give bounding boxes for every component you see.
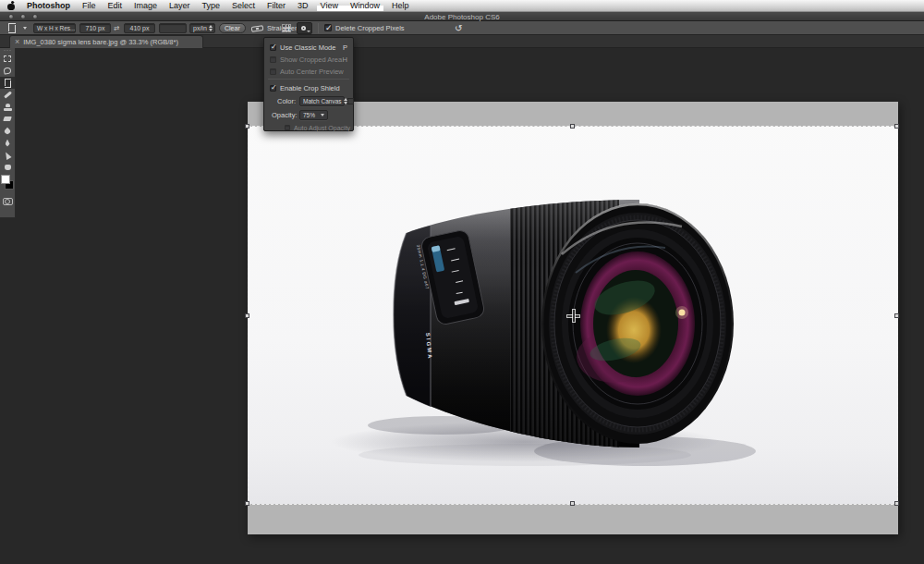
crop-handle-w[interactable] <box>245 313 249 318</box>
tab-close-icon[interactable]: × <box>15 38 19 46</box>
hand-icon <box>5 165 11 170</box>
tool-clone-stamp[interactable] <box>0 101 15 113</box>
reset-tool-icon[interactable]: ↺ <box>455 23 462 33</box>
tool-rectangular-marquee[interactable] <box>0 53 15 65</box>
menu-item-auto-adjust-opacity[interactable]: Auto Adjust Opacity <box>264 122 353 133</box>
tool-pen[interactable] <box>0 137 15 149</box>
crop-settings-gear-button[interactable] <box>297 22 312 34</box>
crop-handle-n[interactable] <box>570 124 575 129</box>
tool-path-selection[interactable] <box>0 149 15 161</box>
menu-image[interactable]: Image <box>134 1 157 10</box>
clear-button-label: Clear <box>225 25 240 31</box>
menu-help[interactable]: Help <box>392 1 409 10</box>
marquee-icon <box>4 55 11 62</box>
window-title: Adobe Photoshop CS6 <box>0 13 924 21</box>
document-view[interactable]: 35mm 1:1.4 DG ⌀67 SIGMA <box>248 102 898 534</box>
tool-crop[interactable] <box>0 77 15 89</box>
show-cropped-area-checkbox[interactable] <box>270 56 276 63</box>
menu-layer[interactable]: Layer <box>169 1 190 10</box>
auto-adjust-opacity-checkbox[interactable] <box>285 125 290 130</box>
use-classic-mode-shortcut: P <box>343 43 347 52</box>
menu-item-show-cropped-area[interactable]: Show Cropped Area H <box>264 54 353 65</box>
tool-blur[interactable] <box>0 125 15 137</box>
show-cropped-area-label: Show Cropped Area <box>280 55 342 64</box>
crop-width-field[interactable]: 710 px <box>79 23 111 33</box>
apple-menu-icon[interactable] <box>7 2 15 10</box>
menu-window[interactable]: Window <box>350 1 380 10</box>
foreground-color-swatch[interactable] <box>1 175 10 184</box>
crop-settings-panel: Use Classic Mode P Show Cropped Area H A… <box>263 37 354 131</box>
enable-crop-shield-checkbox[interactable] <box>270 85 276 92</box>
blur-icon <box>4 127 11 134</box>
shield-color-row: Color: Match Canvas <box>264 95 353 107</box>
use-classic-mode-checkbox[interactable] <box>270 44 276 51</box>
tool-hand[interactable] <box>0 161 15 173</box>
window-titlebar: Adobe Photoshop CS6 <box>0 12 924 21</box>
menu-highlight-group: View Window <box>321 1 380 10</box>
swap-dimensions-icon[interactable]: ⇄ <box>114 24 119 32</box>
aspect-preset-dropdown[interactable]: W x H x Res... <box>33 23 76 33</box>
crop-height-value: 410 px <box>129 25 149 31</box>
tool-brush[interactable] <box>0 89 15 101</box>
menu-3d[interactable]: 3D <box>298 1 309 10</box>
menu-type[interactable]: Type <box>202 1 221 10</box>
menu-photoshop[interactable]: Photoshop <box>27 1 70 10</box>
crop-center-pivot-icon[interactable] <box>567 310 579 322</box>
menu-edit[interactable]: Edit <box>108 1 123 10</box>
menu-view[interactable]: View <box>321 1 338 10</box>
tool-lasso[interactable] <box>0 65 15 77</box>
aspect-preset-value: W x H x Res... <box>37 25 76 31</box>
color-swatches <box>0 173 15 195</box>
crop-handle-ne[interactable] <box>894 124 899 129</box>
menu-item-auto-center-preview[interactable]: Auto Center Preview <box>264 66 353 77</box>
delete-cropped-pixels-label[interactable]: Delete Cropped Pixels <box>335 24 405 32</box>
shield-color-swatch[interactable] <box>347 98 354 104</box>
lasso-icon <box>3 67 11 75</box>
document-tab[interactable]: × IMG_0380 sigma lens bare.jpg @ 33.3% (… <box>9 35 203 48</box>
auto-center-preview-checkbox[interactable] <box>270 68 276 75</box>
resolution-unit-value: px/in <box>193 25 207 31</box>
crop-handle-se[interactable] <box>894 501 899 506</box>
menu-select[interactable]: Select <box>232 1 255 10</box>
crop-width-value: 710 px <box>85 25 104 31</box>
options-bar: W x H x Res... 710 px ⇄ 410 px px/in Cle… <box>0 21 924 35</box>
tool-eraser[interactable] <box>0 113 15 125</box>
crop-handle-e[interactable] <box>894 313 899 318</box>
use-classic-mode-label: Use Classic Mode <box>280 43 335 52</box>
gear-icon <box>301 26 306 31</box>
menu-file[interactable]: File <box>82 1 96 10</box>
enable-crop-shield-label: Enable Crop Shield <box>280 84 340 92</box>
crop-handle-nw[interactable] <box>245 124 249 129</box>
crop-handle-sw[interactable] <box>245 501 249 506</box>
auto-adjust-opacity-label: Auto Adjust Opacity <box>294 125 350 131</box>
menu-item-enable-crop-shield[interactable]: Enable Crop Shield <box>264 82 353 93</box>
crop-height-field[interactable]: 410 px <box>124 23 155 33</box>
tools-palette <box>0 46 16 218</box>
crop-icon <box>3 79 12 88</box>
shield-color-label: Color: <box>277 97 296 105</box>
tool-quick-mask[interactable] <box>0 195 15 207</box>
auto-center-preview-label: Auto Center Preview <box>280 67 344 76</box>
shield-color-dropdown[interactable]: Match Canvas <box>299 96 345 106</box>
quick-mask-icon <box>3 198 13 205</box>
crop-shield-bottom <box>248 504 898 534</box>
delete-cropped-pixels-checkbox[interactable] <box>324 24 332 31</box>
overlay-options-icon[interactable] <box>282 24 291 32</box>
crop-handle-s[interactable] <box>570 501 575 506</box>
menu-item-use-classic-mode[interactable]: Use Classic Mode P <box>264 42 353 53</box>
clear-button[interactable]: Clear <box>219 23 246 33</box>
photoshop-window: 35mm 1:1.4 DG ⌀67 SIGMA <box>0 0 924 564</box>
shield-opacity-value: 75% <box>303 112 315 118</box>
resolution-unit-dropdown[interactable]: px/in <box>189 23 215 33</box>
shield-opacity-dropdown[interactable]: 75% <box>299 110 328 120</box>
tool-preset-caret-icon[interactable] <box>23 27 27 30</box>
tab-bar: × IMG_0380 sigma lens bare.jpg @ 33.3% (… <box>0 35 924 48</box>
brush-icon <box>4 92 12 99</box>
menubar: Photoshop File Edit Image Layer Type Sel… <box>0 0 924 12</box>
resolution-field[interactable] <box>159 23 187 33</box>
menu-filter[interactable]: Filter <box>267 1 286 10</box>
straighten-icon[interactable] <box>251 25 264 32</box>
canvas-area[interactable]: 35mm 1:1.4 DG ⌀67 SIGMA <box>0 48 924 564</box>
crop-tool-icon[interactable] <box>6 23 17 33</box>
clone-stamp-icon <box>4 104 12 111</box>
